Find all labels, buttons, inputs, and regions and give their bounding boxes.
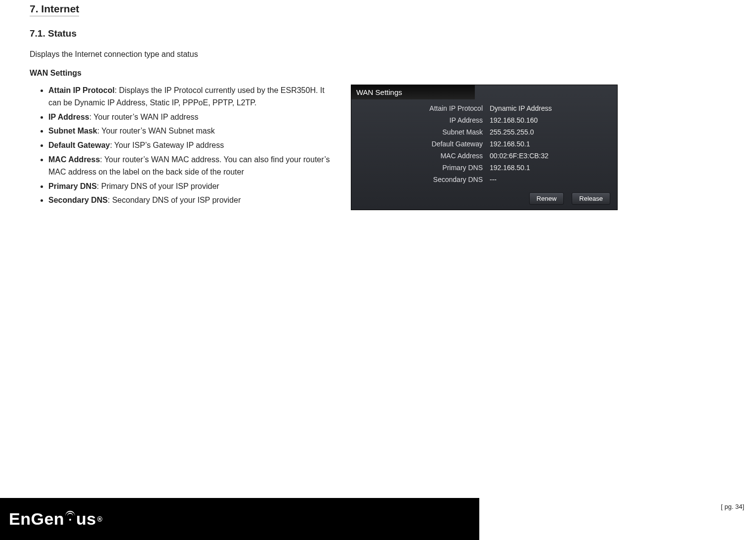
table-row: IP Address192.168.50.160: [351, 114, 617, 126]
row-value: 00:02:6F:E3:CB:32: [490, 152, 617, 160]
term: Default Gateway: [48, 141, 110, 149]
wan-settings-heading: WAN Settings: [30, 69, 726, 78]
table-row: Default Gateway192.168.50.1: [351, 138, 617, 150]
term: MAC Address: [48, 155, 100, 164]
registered-icon: ®: [97, 515, 103, 523]
row-label: Default Gateway: [351, 140, 490, 148]
wan-settings-panel: WAN Settings Attain IP ProtocolDynamic I…: [351, 85, 618, 210]
term: Attain IP Protocol: [48, 86, 115, 94]
term-desc: : Secondary DNS of your ISP provider: [108, 196, 241, 204]
row-label: Primary DNS: [351, 164, 490, 172]
table-row: Attain IP ProtocolDynamic IP Address: [351, 102, 617, 114]
row-label: MAC Address: [351, 152, 490, 160]
table-row: MAC Address00:02:6F:E3:CB:32: [351, 150, 617, 162]
release-button[interactable]: Release: [572, 192, 610, 205]
row-value: Dynamic IP Address: [490, 104, 617, 112]
term-desc: : Your ISP’s Gateway IP address: [110, 141, 224, 149]
table-row: Secondary DNS---: [351, 174, 617, 185]
term: Primary DNS: [48, 182, 97, 190]
term: IP Address: [48, 113, 89, 121]
row-label: Attain IP Protocol: [351, 104, 490, 112]
term-desc: : Your router’s WAN Subnet mask: [97, 127, 215, 135]
definition-list: Attain IP Protocol: Displays the IP Prot…: [30, 85, 336, 207]
subsection-heading: 7.1. Status: [30, 28, 726, 39]
panel-title: WAN Settings: [351, 85, 475, 99]
section-heading: 7. Internet: [30, 3, 79, 16]
logo-text: EnGen: [9, 509, 64, 529]
term-desc: : Your router’s WAN IP address: [89, 113, 199, 121]
list-item: MAC Address: Your router’s WAN MAC addre…: [48, 154, 336, 179]
row-value: 192.168.50.160: [490, 116, 617, 124]
engenius-logo: EnGen us ®: [9, 509, 103, 529]
term: Secondary DNS: [48, 196, 108, 204]
row-label: Secondary DNS: [351, 176, 490, 183]
footer-bar: EnGen us ®: [0, 498, 479, 540]
wifi-icon: [65, 514, 76, 525]
page-number: [ pg. 34]: [721, 503, 744, 510]
row-label: Subnet Mask: [351, 128, 490, 136]
row-value: ---: [490, 176, 617, 183]
list-item: Secondary DNS: Secondary DNS of your ISP…: [48, 194, 336, 207]
term: Subnet Mask: [48, 127, 97, 135]
logo-text: us: [76, 509, 96, 529]
term-desc: : Primary DNS of your ISP provider: [97, 182, 219, 190]
row-label: IP Address: [351, 116, 490, 124]
list-item: Default Gateway: Your ISP’s Gateway IP a…: [48, 139, 336, 152]
renew-button[interactable]: Renew: [529, 192, 564, 205]
row-value: 192.168.50.1: [490, 164, 617, 172]
row-value: 192.168.50.1: [490, 140, 617, 148]
table-row: Primary DNS192.168.50.1: [351, 162, 617, 174]
list-item: Primary DNS: Primary DNS of your ISP pro…: [48, 180, 336, 193]
intro-text: Displays the Internet connection type an…: [30, 50, 726, 59]
row-value: 255.255.255.0: [490, 128, 617, 136]
table-row: Subnet Mask255.255.255.0: [351, 126, 617, 138]
list-item: IP Address: Your router’s WAN IP address: [48, 111, 336, 124]
list-item: Subnet Mask: Your router’s WAN Subnet ma…: [48, 125, 336, 137]
list-item: Attain IP Protocol: Displays the IP Prot…: [48, 85, 336, 109]
